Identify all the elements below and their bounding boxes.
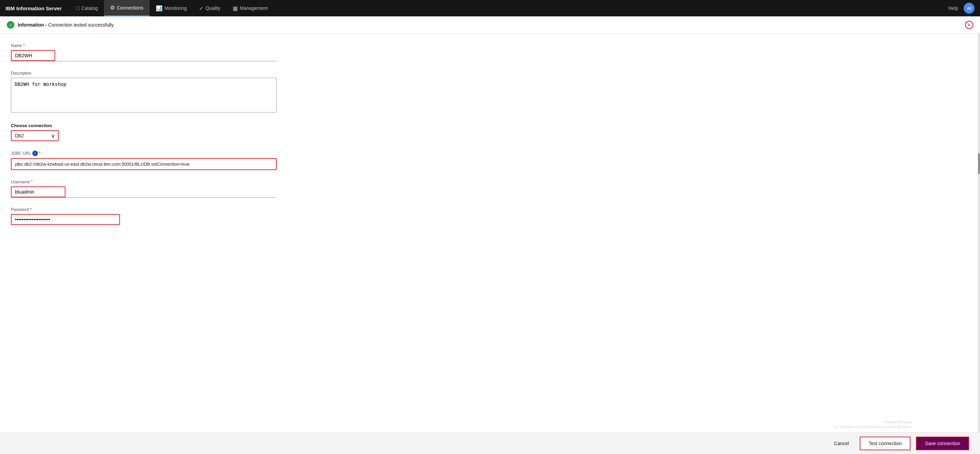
description-group: Description DB2WH for Workshop — [11, 71, 277, 113]
nav-items: □ Catalog ⚙ Connections 📊 Monitoring ✓ Q… — [70, 0, 948, 16]
name-label: Name * — [11, 43, 277, 48]
name-input[interactable] — [11, 50, 55, 61]
nav-right: Help AI — [948, 3, 975, 14]
catalog-icon: □ — [76, 5, 80, 11]
user-avatar[interactable]: AI — [964, 3, 975, 14]
info-text-body: Connection tested successfully — [47, 22, 114, 28]
connection-label-text: Choose connection — [11, 123, 52, 128]
nav-quality[interactable]: ✓ Quality — [193, 0, 227, 16]
top-nav: IBM Information Server □ Catalog ⚙ Conne… — [0, 0, 980, 16]
jdbc-input[interactable] — [11, 158, 277, 170]
info-bold: Information - — [18, 22, 47, 28]
connection-label: Choose connection — [11, 123, 277, 128]
password-label: Password * — [11, 207, 277, 212]
nav-connections-label: Connections — [117, 5, 143, 11]
nav-management-label: Management — [240, 5, 268, 11]
app-brand: IBM Information Server — [5, 5, 70, 11]
connection-dropdown-wrap: Db2 Oracle SQL Server PostgreSQL MySQL ∨ — [11, 130, 59, 141]
nav-catalog[interactable]: □ Catalog — [70, 0, 104, 16]
info-banner: ✓ Information - Connection tested succes… — [0, 16, 980, 34]
jdbc-group: JDBC URL i * — [11, 151, 277, 170]
bottom-action-bar: Cancel Test connection Activate Windows … — [0, 432, 980, 454]
password-label-text: Password — [11, 207, 29, 212]
scroll-thumb[interactable] — [978, 153, 980, 174]
help-link[interactable]: Help — [948, 5, 958, 11]
description-label: Description — [11, 71, 277, 76]
info-message: Information - Connection tested successf… — [18, 22, 114, 28]
nav-quality-label: Quality — [205, 5, 221, 11]
management-icon: ▦ — [233, 5, 238, 11]
success-icon: ✓ — [7, 21, 14, 29]
password-input[interactable] — [11, 214, 120, 225]
main-content: Name * Description DB2WH for Workshop Ch… — [0, 34, 980, 454]
name-label-text: Name — [11, 43, 22, 48]
username-required: * — [31, 180, 33, 185]
connection-dropdown[interactable]: Db2 Oracle SQL Server PostgreSQL MySQL — [11, 130, 59, 141]
jdbc-label-text: JDBC URL — [11, 151, 31, 156]
name-required: * — [23, 43, 25, 48]
connections-icon: ⚙ — [110, 5, 115, 11]
scrollbar[interactable] — [978, 34, 980, 432]
nav-monitoring-label: Monitoring — [165, 5, 187, 11]
jdbc-required: * — [39, 151, 41, 156]
quality-icon: ✓ — [199, 5, 204, 11]
monitoring-icon: 📊 — [156, 5, 162, 11]
info-icon[interactable]: i — [32, 151, 38, 156]
nav-management[interactable]: ▦ Management — [227, 0, 274, 16]
nav-catalog-label: Catalog — [81, 5, 98, 11]
watermark-overlay: Activate Windows — [876, 446, 894, 449]
username-input[interactable] — [11, 186, 65, 198]
password-required: * — [30, 207, 32, 212]
username-label: Username * — [11, 180, 277, 185]
description-textarea[interactable]: DB2WH for Workshop — [11, 78, 277, 113]
nav-monitoring[interactable]: 📊 Monitoring — [150, 0, 193, 16]
connection-group: Choose connection Db2 Oracle SQL Server … — [11, 123, 277, 141]
test-connection-label: Test connection — [869, 441, 902, 446]
name-group: Name * — [11, 43, 277, 61]
description-label-text: Description — [11, 71, 31, 76]
save-connection-button[interactable]: Save connection — [916, 436, 969, 450]
username-label-text: Username — [11, 180, 30, 185]
password-group: Password * — [11, 207, 277, 225]
jdbc-label: JDBC URL i * — [11, 151, 277, 156]
username-group: Username * — [11, 180, 277, 198]
nav-connections[interactable]: ⚙ Connections — [104, 0, 150, 16]
close-button[interactable]: × — [965, 21, 973, 29]
test-connection-button[interactable]: Test connection Activate Windows — [860, 436, 910, 450]
cancel-button[interactable]: Cancel — [829, 437, 854, 449]
